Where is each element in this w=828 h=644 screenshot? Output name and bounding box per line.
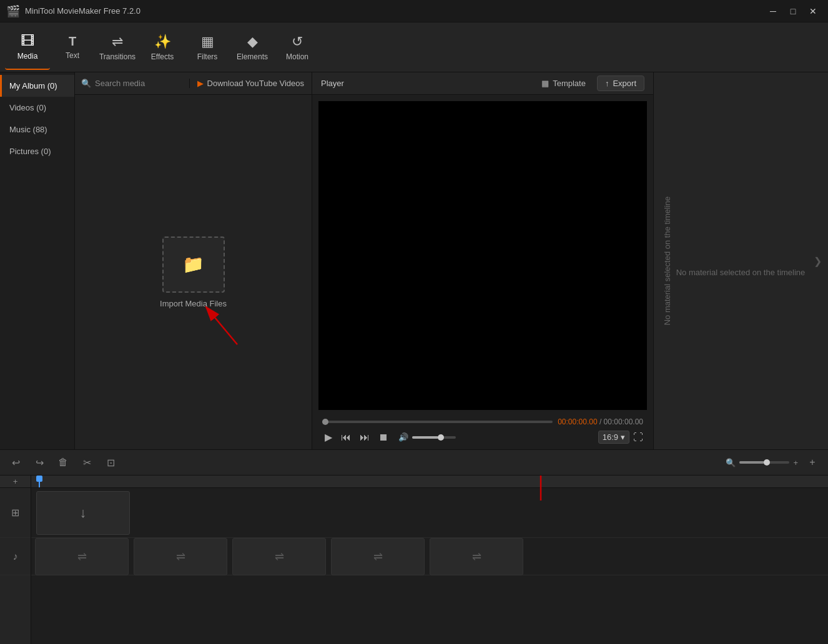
time-display: 00:00:00.00 / 00:00:00.00: [558, 417, 643, 426]
toolbar-item-motion[interactable]: ↺ Motion: [275, 25, 320, 70]
toolbar-item-media[interactable]: 🎞 Media: [5, 25, 50, 70]
sidebar-item-pictures[interactable]: Pictures (0): [0, 140, 74, 162]
timeline-import-button[interactable]: ↓: [36, 491, 130, 535]
audio-cell-1[interactable]: ⇌: [35, 538, 129, 575]
sidebar-item-music[interactable]: Music (88): [0, 119, 74, 140]
media-content: 🔍 Search media ▶ Download YouTube Videos…: [75, 72, 312, 449]
media-toolbar: 🔍 Search media ▶ Download YouTube Videos: [75, 72, 312, 95]
crop-button[interactable]: ⊡: [101, 453, 120, 472]
controls-row: ▶ ⏮ ⏭ ⏹ 🔊 16:9 ▾ ⛶: [322, 430, 643, 444]
music-note-icon: ♪: [13, 551, 18, 562]
delete-button[interactable]: 🗑: [54, 453, 72, 472]
folder-icon: 📁: [182, 254, 204, 275]
player-main: Player ▦ Template ↑ Export: [312, 72, 653, 449]
search-media-button[interactable]: 🔍 Search media: [75, 79, 190, 88]
progress-track[interactable]: [322, 421, 553, 423]
toolbar-item-elements[interactable]: ◆ Elements: [230, 25, 275, 70]
timeline-ruler: [31, 476, 828, 488]
chevron-down-icon: ▾: [621, 432, 625, 442]
zoom-fill: [739, 461, 764, 464]
transitions-label: Transitions: [99, 52, 136, 61]
left-panel: My Album (0) Videos (0) Music (88) Pictu…: [0, 72, 312, 449]
player-header: Player ▦ Template ↑ Export: [312, 72, 653, 95]
stop-button[interactable]: ⏹: [376, 431, 391, 444]
play-button[interactable]: ▶: [322, 430, 335, 444]
text-icon: T: [69, 34, 76, 49]
audio-cell-2[interactable]: ⇌: [134, 538, 227, 575]
undo-button[interactable]: ↩: [6, 453, 25, 472]
toolbar-item-effects[interactable]: ✨ Effects: [140, 25, 185, 70]
time-total: 00:00:00.00: [604, 417, 643, 426]
effects-icon: ✨: [154, 34, 171, 50]
zoom-out-icon: 🔍: [726, 458, 736, 467]
volume-fill: [412, 436, 438, 439]
time-current: 00:00:00.00: [558, 417, 597, 426]
video-icon: ⊞: [11, 507, 19, 519]
import-label: Import Media Files: [160, 299, 227, 308]
media-area: My Album (0) Videos (0) Music (88) Pictu…: [0, 72, 312, 449]
start-button[interactable]: ⏮: [338, 431, 353, 444]
swap-icon-5: ⇌: [472, 550, 481, 564]
zoom-control: 🔍 +: [726, 458, 798, 467]
elements-label: Elements: [237, 52, 268, 61]
zoom-in-icon: +: [793, 458, 798, 467]
timeline-cursor: [39, 476, 40, 487]
volume-thumb: [438, 434, 444, 441]
chevron-right-icon: ❯: [814, 256, 822, 266]
template-button[interactable]: ▦ Template: [535, 76, 592, 90]
export-button[interactable]: ↑ Export: [597, 76, 644, 91]
media-drop-area: 📁 Import Media Files: [75, 95, 312, 449]
elements-icon: ◆: [247, 34, 258, 50]
toolbar-item-text[interactable]: T Text: [50, 25, 95, 70]
download-icon: ↓: [80, 505, 87, 521]
template-label: Template: [553, 79, 586, 88]
add-track-button[interactable]: +: [0, 476, 31, 488]
progress-bar-container: 00:00:00.00 / 00:00:00.00: [322, 417, 643, 426]
sidebar-item-videos[interactable]: Videos (0): [0, 97, 74, 119]
add-media-button[interactable]: +: [803, 453, 822, 472]
no-material-text: No material selected on the timeline: [663, 197, 672, 326]
app-title: MiniTool MovieMaker Free 7.2.0: [25, 6, 759, 16]
swap-icon-2: ⇌: [176, 550, 185, 564]
yt-label: Download YouTube Videos: [207, 79, 304, 88]
volume-slider[interactable]: [412, 436, 456, 439]
video-track-icon: ⊞: [0, 488, 31, 538]
video-preview: [318, 101, 647, 410]
import-media-box[interactable]: 📁: [162, 237, 225, 293]
redo-button[interactable]: ↪: [30, 453, 49, 472]
download-youtube-button[interactable]: ▶ Download YouTube Videos: [190, 72, 312, 94]
end-button[interactable]: ⏭: [357, 431, 372, 444]
ratio-label: 16:9: [603, 432, 618, 442]
audio-cell-4[interactable]: ⇌: [331, 538, 425, 575]
collapse-panel-button[interactable]: ❯: [814, 255, 822, 267]
yt-icon: ▶: [197, 79, 204, 88]
sidebar-item-album[interactable]: My Album (0): [0, 75, 74, 97]
toolbar-item-transitions[interactable]: ⇌ Transitions: [95, 25, 140, 70]
template-icon: ▦: [541, 79, 549, 88]
player-area: Player ▦ Template ↑ Export: [312, 72, 828, 449]
time-separator: /: [599, 417, 604, 426]
aspect-ratio-select[interactable]: 16:9 ▾: [598, 431, 629, 444]
audio-track-icon: ♪: [0, 538, 31, 575]
cut-button[interactable]: ✂: [77, 453, 96, 472]
toolbar-item-filters[interactable]: ▦ Filters: [185, 25, 230, 70]
divider-bar: ↩ ↪ 🗑 ✂ ⊡ 🔍 + +: [0, 449, 828, 476]
minimize-button[interactable]: ─: [764, 2, 782, 20]
swap-icon: ⇌: [77, 550, 87, 564]
titlebar: 🎬 MiniTool MovieMaker Free 7.2.0 ─ □ ✕: [0, 0, 828, 22]
maximize-button[interactable]: □: [784, 2, 802, 20]
motion-label: Motion: [286, 52, 308, 61]
filters-icon: ▦: [201, 34, 214, 50]
audio-cell-3[interactable]: ⇌: [232, 538, 326, 575]
sidebar: My Album (0) Videos (0) Music (88) Pictu…: [0, 72, 75, 449]
export-icon: ↑: [605, 79, 609, 88]
player-controls: 00:00:00.00 / 00:00:00.00 ▶ ⏮ ⏭ ⏹ 🔊: [312, 412, 653, 449]
window-controls: ─ □ ✕: [764, 2, 822, 20]
audio-cell-5[interactable]: ⇌: [430, 538, 523, 575]
fullscreen-button[interactable]: ⛶: [633, 432, 643, 443]
zoom-slider[interactable]: [739, 461, 789, 464]
motion-icon: ↺: [292, 34, 303, 50]
close-button[interactable]: ✕: [804, 2, 822, 20]
properties-panel: No material selected on the timeline ❯: [653, 72, 828, 449]
swap-icon-3: ⇌: [275, 550, 284, 564]
